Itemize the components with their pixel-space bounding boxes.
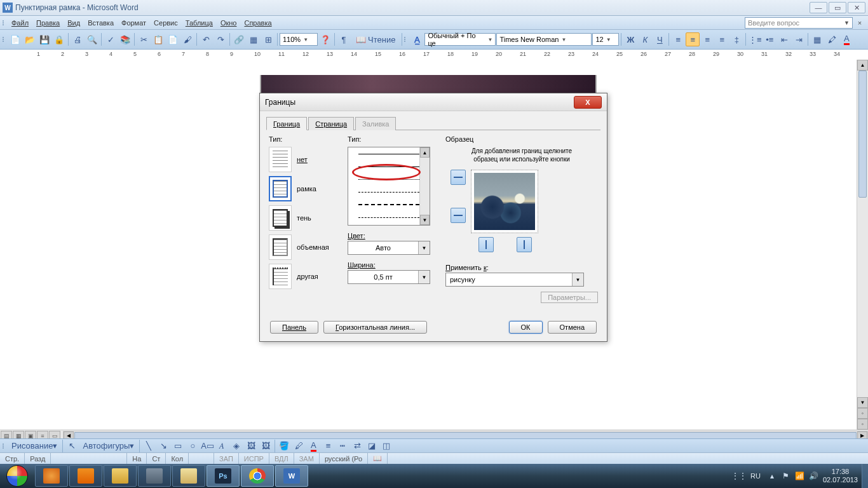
cut-icon[interactable]: ✂ xyxy=(137,32,151,46)
tables-borders-icon[interactable]: ▦ xyxy=(247,32,261,46)
taskbar-photoshop[interactable]: Ps xyxy=(207,465,240,487)
fill-color-icon[interactable]: 🪣 xyxy=(277,439,291,453)
save-icon[interactable]: 💾 xyxy=(37,32,51,46)
picture-icon[interactable]: 🖼 xyxy=(259,439,273,453)
align-left-icon[interactable]: ≡ xyxy=(671,32,685,46)
maximize-button[interactable]: ▭ xyxy=(829,2,846,13)
undo-icon[interactable]: ↶ xyxy=(199,32,213,46)
line-icon[interactable]: ╲ xyxy=(142,439,156,453)
hyperlink-icon[interactable]: 🔗 xyxy=(232,32,246,46)
permission-icon[interactable]: 🔒 xyxy=(52,32,66,46)
status-ext[interactable]: ВДЛ xyxy=(269,453,294,464)
wordart-icon[interactable]: 𝐴 xyxy=(215,439,229,453)
border-bottom-button[interactable] xyxy=(451,208,466,223)
new-doc-icon[interactable]: 📄 xyxy=(8,32,22,46)
setting-box-icon[interactable] xyxy=(269,176,292,201)
tab-page[interactable]: Страница xyxy=(308,117,354,130)
color-select[interactable]: Авто▼ xyxy=(348,241,430,255)
dialog-close-button[interactable]: X xyxy=(574,96,602,109)
status-language[interactable]: русский (Ро xyxy=(320,453,368,464)
styles-pane-icon[interactable]: A̲ xyxy=(410,32,424,46)
rectangle-icon[interactable]: ▭ xyxy=(171,439,185,453)
setting-shadow-icon[interactable] xyxy=(269,205,292,231)
line-style-item[interactable] xyxy=(348,198,430,211)
taskbar-app[interactable] xyxy=(35,465,68,487)
tray-network-icon[interactable]: 📶 xyxy=(795,471,805,481)
grip-icon[interactable] xyxy=(3,444,6,449)
border-left-button[interactable] xyxy=(478,237,494,252)
numbering-icon[interactable]: ⋮≡ xyxy=(748,32,762,46)
width-select[interactable]: 0,5 пт▼ xyxy=(348,270,430,284)
panel-button[interactable]: Панель xyxy=(270,321,318,334)
border-top-button[interactable] xyxy=(451,170,466,185)
font-select[interactable]: Times New Roman▼ xyxy=(496,33,592,46)
spellcheck-icon[interactable]: ✓ xyxy=(104,32,118,46)
oval-icon[interactable]: ○ xyxy=(186,439,200,453)
textbox-icon[interactable]: A▭ xyxy=(200,439,214,453)
border-right-button[interactable] xyxy=(517,237,532,252)
line-style-list[interactable]: ▲▼ xyxy=(348,147,430,226)
italic-icon[interactable]: К xyxy=(638,32,652,46)
open-icon[interactable]: 📂 xyxy=(23,32,37,46)
diagram-icon[interactable]: ◈ xyxy=(229,439,243,453)
dialog-titlebar[interactable]: Границы X xyxy=(260,93,607,111)
status-track[interactable]: ИСПР xyxy=(239,453,269,464)
format-painter-icon[interactable]: 🖌 xyxy=(180,32,194,46)
menu-view[interactable]: Вид xyxy=(64,18,84,28)
line-style-icon[interactable]: ≡ xyxy=(321,439,335,453)
taskbar-app[interactable] xyxy=(172,465,205,487)
bold-icon[interactable]: Ж xyxy=(623,32,637,46)
3d-style-icon[interactable]: ◫ xyxy=(379,439,393,453)
shadow-style-icon[interactable]: ◪ xyxy=(365,439,379,453)
menu-help[interactable]: Справка xyxy=(240,18,275,28)
font-color-icon[interactable]: A xyxy=(839,32,853,46)
line-style-item[interactable] xyxy=(348,211,430,224)
next-page-icon[interactable]: ◦ xyxy=(857,419,868,430)
borders-icon[interactable]: ▦ xyxy=(810,32,824,46)
scroll-thumb[interactable] xyxy=(858,71,867,198)
print-icon[interactable]: 🖨 xyxy=(71,32,85,46)
taskbar-app[interactable] xyxy=(69,465,102,487)
menu-table[interactable]: Таблица xyxy=(182,18,217,28)
prev-page-icon[interactable]: ◦ xyxy=(857,408,868,419)
tray-flag-icon[interactable]: ⚑ xyxy=(781,471,791,481)
menu-edit[interactable]: Правка xyxy=(32,18,64,28)
minimize-button[interactable]: — xyxy=(810,2,827,13)
align-justify-icon[interactable]: ≡ xyxy=(715,32,729,46)
status-rec[interactable]: ЗАП xyxy=(214,453,239,464)
scroll-down-icon[interactable]: ▼ xyxy=(857,397,868,408)
arrow-style-icon[interactable]: ⇄ xyxy=(350,439,364,453)
close-doc-button[interactable]: × xyxy=(854,17,865,29)
start-button[interactable] xyxy=(0,464,34,488)
menu-format[interactable]: Формат xyxy=(118,18,150,28)
reading-button[interactable]: 📖 Чтение xyxy=(351,32,400,46)
line-color-icon[interactable]: 🖊 xyxy=(292,439,306,453)
align-right-icon[interactable]: ≡ xyxy=(700,32,714,46)
insert-table-icon[interactable]: ⊞ xyxy=(261,32,275,46)
taskbar-explorer[interactable] xyxy=(104,465,137,487)
preview-area[interactable] xyxy=(471,170,538,233)
line-style-item[interactable] xyxy=(348,160,430,173)
line-spacing-icon[interactable]: ‡ xyxy=(729,32,743,46)
scroll-up-icon[interactable]: ▲ xyxy=(857,60,868,71)
status-ovr[interactable]: ЗАМ xyxy=(294,453,320,464)
horizontal-line-button[interactable]: Горизонтальная линия... xyxy=(323,321,427,334)
font-size-select[interactable]: 12▼ xyxy=(592,33,619,46)
autoshapes-menu[interactable]: Автофигуры ▾ xyxy=(79,439,137,453)
arrow-icon[interactable]: ↘ xyxy=(156,439,170,453)
tab-fill[interactable]: Заливка xyxy=(355,117,396,130)
align-center-icon[interactable]: ≡ xyxy=(686,32,700,46)
taskbar-word[interactable]: W xyxy=(275,465,308,487)
grip-icon[interactable] xyxy=(3,37,6,42)
underline-icon[interactable]: Ч xyxy=(653,32,667,46)
grip-icon[interactable] xyxy=(404,37,408,42)
style-scrollbar[interactable]: ▲▼ xyxy=(419,147,430,225)
cancel-button[interactable]: Отмена xyxy=(548,321,597,334)
grip-icon[interactable] xyxy=(3,20,6,25)
redo-icon[interactable]: ↷ xyxy=(214,32,227,46)
decrease-indent-icon[interactable]: ⇤ xyxy=(777,32,791,46)
clipart-icon[interactable]: 🖼 xyxy=(244,439,258,453)
vertical-scrollbar[interactable]: ▲ ▼ ◦ ◦ xyxy=(857,60,868,430)
setting-custom-icon[interactable] xyxy=(269,264,292,289)
font-color-draw-icon[interactable]: A xyxy=(306,439,320,453)
